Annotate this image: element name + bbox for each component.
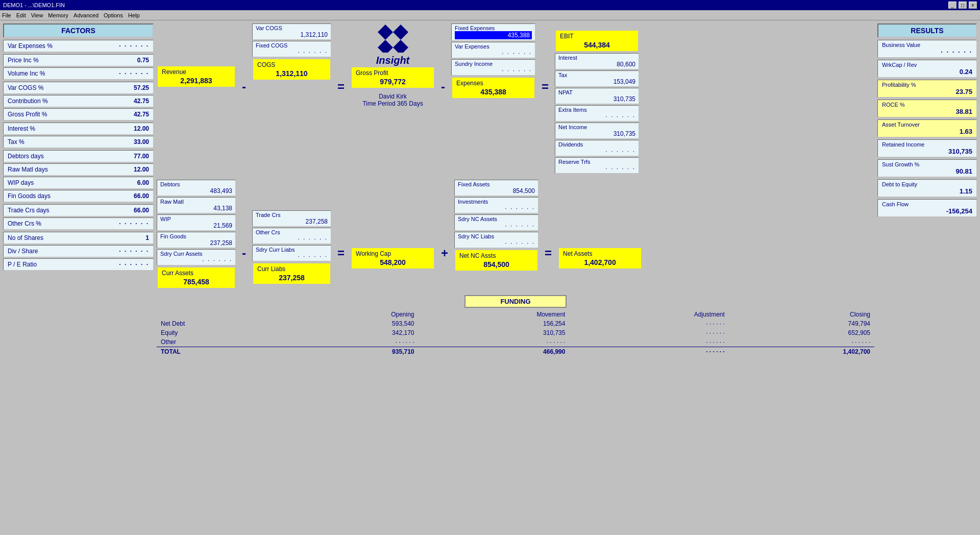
factor-pe-ratio[interactable]: P / E Ratio · · · · · · xyxy=(3,258,154,271)
interest-box[interactable]: Interest 80,600 xyxy=(555,53,639,69)
factor-interest[interactable]: Interest % 12.00 xyxy=(3,123,154,135)
factor-wip-days[interactable]: WIP days 6.00 xyxy=(3,177,154,189)
fixed-expenses-box[interactable]: Fixed Expenses 435,388 xyxy=(451,23,535,41)
funding-equity-opening: 342,170 xyxy=(289,328,418,337)
extra-items-box[interactable]: Extra Items · · · · · · xyxy=(555,105,639,121)
sundry-income-box[interactable]: Sundry Income · · · · · · xyxy=(451,59,535,76)
menu-view[interactable]: View xyxy=(31,12,43,18)
other-crs-box-label: Other Crs xyxy=(256,229,328,235)
factor-var-cogs[interactable]: Var COGS % 57.25 xyxy=(3,82,154,94)
fixed-cogs-label: Fixed COGS xyxy=(256,42,328,48)
expenses-box[interactable]: Expenses 435,388 xyxy=(451,77,535,99)
fin-goods-box[interactable]: Fin Goods 237,258 xyxy=(157,232,236,248)
result-wrkcap-rev-label: WrkCap / Rev xyxy=(882,62,972,68)
funding-row-equity[interactable]: Equity 342,170 310,735 · · · · · · 652,9… xyxy=(157,328,874,337)
factor-no-shares[interactable]: No of Shares 1 xyxy=(3,232,154,244)
result-business-value[interactable]: Business Value · · · · · · xyxy=(877,40,977,58)
result-roce-label: ROCE % xyxy=(882,102,972,108)
factor-var-expenses[interactable]: Var Expenses % · · · · · · xyxy=(3,40,154,52)
factor-rawmatl-days-label: Raw Matl days xyxy=(8,166,48,173)
factor-volume-inc[interactable]: Volume Inc % · · · · · · xyxy=(3,67,154,80)
factor-fingoods-days[interactable]: Fin Goods days 66.00 xyxy=(3,190,154,202)
factor-contribution-value: 42.75 xyxy=(134,98,149,105)
investments-box[interactable]: Investments · · · · · · xyxy=(454,197,538,213)
menu-advanced[interactable]: Advanced xyxy=(74,12,99,18)
cogs-box[interactable]: COGS 1,312,110 xyxy=(252,58,331,81)
funding-row-netdebt[interactable]: Net Debt 593,540 156,254 · · · · · · 749… xyxy=(157,319,874,328)
menu-file[interactable]: File xyxy=(2,12,11,18)
other-crs-box[interactable]: Other Crs · · · · · · xyxy=(252,228,331,244)
sdry-curr-liabs-label: Sdry Curr Liabs xyxy=(256,247,328,253)
curr-assets-label: Curr Assets xyxy=(162,270,231,277)
funding-row-total[interactable]: TOTAL 935,710 466,990 · · · · · · 1,402,… xyxy=(157,347,874,357)
fixed-cogs-box[interactable]: Fixed COGS · · · · · · xyxy=(252,41,331,57)
result-asset-turnover-label: Asset Turnover xyxy=(882,121,972,128)
factor-trade-crs-days[interactable]: Trade Crs days 66.00 xyxy=(3,204,154,216)
ebit-box[interactable]: EBIT 544,384 xyxy=(555,30,639,52)
var-expenses-box[interactable]: Var Expenses · · · · · · xyxy=(451,42,535,58)
result-sust-growth[interactable]: Sust Growth % 90.81 xyxy=(877,159,977,177)
menu-memory[interactable]: Memory xyxy=(48,12,68,18)
sdry-nc-assets-box[interactable]: Sdry NC Assets · · · · · · xyxy=(454,214,538,231)
result-profitability-label: Profitability % xyxy=(882,82,972,88)
net-nc-assets-box[interactable]: Net NC Assts 854,500 xyxy=(454,249,538,272)
working-cap-box[interactable]: Working Cap 548,200 xyxy=(351,247,435,270)
window-title: DEMO1 - ...\DEMO1.FIN xyxy=(3,2,65,8)
sundry-income-value: · · · · · · xyxy=(455,67,532,74)
factor-contribution[interactable]: Contribution % 42.75 xyxy=(3,95,154,107)
net-assets-box[interactable]: Net Assets 1,402,700 xyxy=(558,247,642,270)
dividends-box[interactable]: Dividends · · · · · · xyxy=(555,140,639,156)
funding-netdebt-adjustment: · · · · · · xyxy=(569,319,728,328)
funding-col-opening: Opening xyxy=(289,310,418,319)
trade-crs-box[interactable]: Trade Crs 237,258 xyxy=(252,210,331,227)
factor-gross-profit[interactable]: Gross Profit % 42.75 xyxy=(3,108,154,120)
funding-total-adjustment: · · · · · · xyxy=(569,347,728,357)
factor-debtors-days[interactable]: Debtors days 77.00 xyxy=(3,150,154,162)
sdry-curr-liabs-box[interactable]: Sdry Curr Liabs · · · · · · xyxy=(252,245,331,261)
result-retained-income[interactable]: Retained Income 310,735 xyxy=(877,139,977,157)
npat-box[interactable]: NPAT 310,735 xyxy=(555,88,639,104)
revenue-box[interactable]: Revenue 2,291,883 xyxy=(157,65,236,88)
factor-group-shares: No of Shares 1 Div / Share · · · · · · P… xyxy=(3,232,154,271)
funding-row-other[interactable]: Other · · · · · · · · · · · · · · · · · … xyxy=(157,337,874,347)
sdry-nc-liabs-box[interactable]: Sdry NC Liabs · · · · · · xyxy=(454,232,538,248)
result-profitability[interactable]: Profitability % 23.75 xyxy=(877,80,977,98)
result-cash-flow[interactable]: Cash Flow -156,254 xyxy=(877,199,977,217)
minus-operator-3: - xyxy=(239,246,249,260)
investments-label: Investments xyxy=(458,199,535,205)
factor-price-inc-label: Price Inc % xyxy=(8,57,39,64)
net-income-box[interactable]: Net Income 310,735 xyxy=(555,123,639,139)
raw-matl-box[interactable]: Raw Matl 43,138 xyxy=(157,197,236,213)
result-roce[interactable]: ROCE % 38.81 xyxy=(877,100,977,117)
result-asset-turnover[interactable]: Asset Turnover 1.63 xyxy=(877,119,977,137)
minimize-button[interactable]: _ xyxy=(948,2,957,9)
tax-box[interactable]: Tax 153,049 xyxy=(555,70,639,87)
factor-price-inc[interactable]: Price Inc % 0.75 xyxy=(3,54,154,66)
reserve-trfs-box[interactable]: Reserve Trfs · · · · · · xyxy=(555,157,639,174)
var-cogs-box[interactable]: Var COGS 1,312,110 xyxy=(252,23,331,40)
factor-other-crs[interactable]: Other Crs % · · · · · · xyxy=(3,217,154,230)
debtors-box[interactable]: Debtors 483,493 xyxy=(157,180,236,196)
close-button[interactable]: × xyxy=(969,2,977,9)
menu-edit[interactable]: Edit xyxy=(16,12,26,18)
menu-help[interactable]: Help xyxy=(128,12,140,18)
result-debt-to-equity[interactable]: Debt to Equity 1.15 xyxy=(877,179,977,197)
extra-items-label: Extra Items xyxy=(558,107,635,113)
factor-div-share[interactable]: Div / Share · · · · · · xyxy=(3,245,154,257)
curr-assets-box[interactable]: Curr Assets 785,458 xyxy=(157,266,236,289)
fixed-assets-box[interactable]: Fixed Assets 854,500 xyxy=(454,180,538,196)
factor-tax[interactable]: Tax % 33.00 xyxy=(3,136,154,148)
factor-var-expenses-value: · · · · · · xyxy=(119,42,149,50)
gross-profit-box[interactable]: Gross Profit 979,772 xyxy=(351,66,435,89)
maximize-button[interactable]: □ xyxy=(959,2,967,9)
wip-box[interactable]: WIP 21,569 xyxy=(157,214,236,231)
menu-options[interactable]: Options xyxy=(104,12,123,18)
curr-liabs-box[interactable]: Curr Liabs 237,258 xyxy=(252,262,331,285)
factor-gross-profit-label: Gross Profit % xyxy=(8,111,47,118)
result-wrkcap-rev[interactable]: WrkCap / Rev 0.24 xyxy=(877,60,977,78)
factor-div-share-label: Div / Share xyxy=(8,248,38,255)
menu-bar: File Edit View Memory Advanced Options H… xyxy=(0,10,980,20)
sdry-curr-assets-box[interactable]: Sdry Curr Assets · · · · · · xyxy=(157,249,236,265)
factor-rawmatl-days[interactable]: Raw Matl days 12.00 xyxy=(3,163,154,176)
tax-label: Tax xyxy=(558,72,635,78)
